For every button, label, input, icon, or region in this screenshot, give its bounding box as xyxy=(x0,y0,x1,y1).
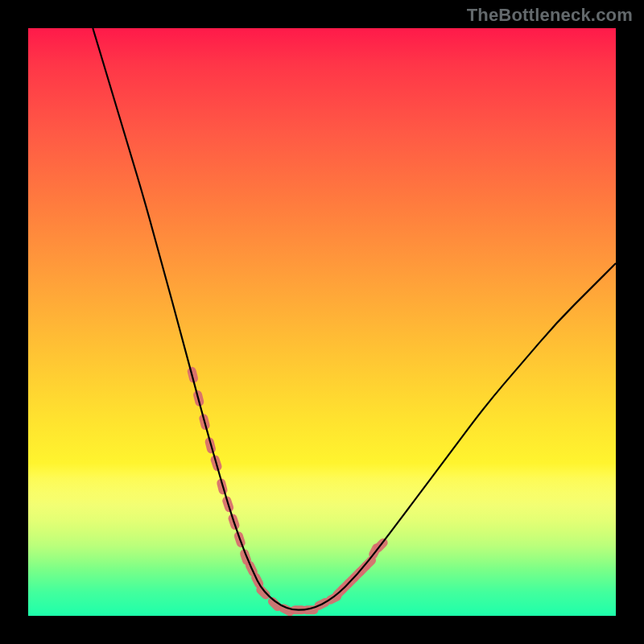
watermark-text: TheBottleneck.com xyxy=(467,5,633,26)
gradient-background xyxy=(28,28,616,616)
plot-area xyxy=(28,28,616,616)
outer-frame: TheBottleneck.com xyxy=(0,0,644,644)
